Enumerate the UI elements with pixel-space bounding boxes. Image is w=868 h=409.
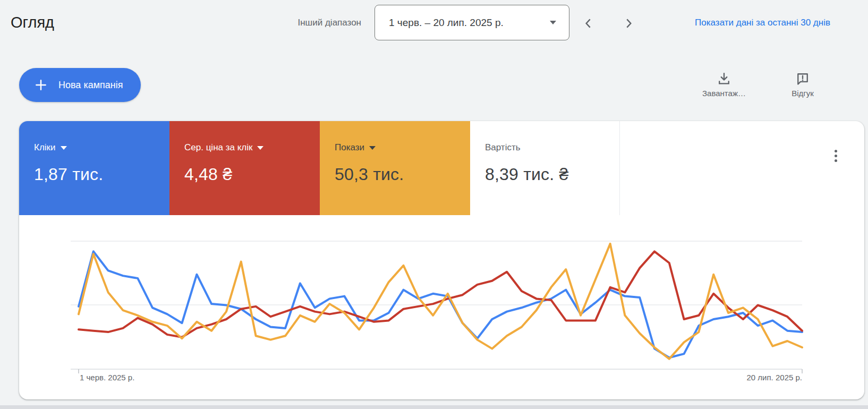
download-button[interactable]: Завантаж…	[692, 71, 756, 98]
chevron-down-icon	[550, 21, 556, 24]
card-options-button[interactable]	[824, 144, 847, 167]
plus-icon	[34, 78, 48, 92]
metric-tile-cost[interactable]: Вартість 8,39 тис. ₴	[470, 121, 620, 215]
kebab-menu-icon	[835, 159, 837, 162]
kebab-menu-icon	[835, 150, 837, 152]
download-icon	[717, 71, 731, 86]
metric-value: 8,39 тис. ₴	[485, 165, 619, 184]
metric-label: Кліки	[34, 142, 56, 153]
show-last-30-days-link[interactable]: Показати дані за останні 30 днів	[695, 18, 830, 28]
metric-label-cost: Вартість	[485, 142, 619, 153]
date-range-value: 1 черв. – 20 лип. 2025 р.	[389, 17, 504, 29]
chevron-right-icon	[622, 16, 635, 30]
new-campaign-label: Нова кампанія	[58, 80, 123, 91]
metric-tile-avg-cpc[interactable]: Сер. ціна за клік 4,48 ₴	[169, 121, 320, 215]
metric-tile-impressions[interactable]: Покази 50,3 тис.	[320, 121, 470, 215]
overview-chart[interactable]	[71, 234, 806, 377]
metric-value: 50,3 тис.	[335, 165, 470, 184]
feedback-icon	[795, 71, 810, 86]
previous-period-button[interactable]	[576, 11, 601, 36]
date-range-picker[interactable]: 1 черв. – 20 лип. 2025 р.	[375, 5, 569, 40]
metric-label: Вартість	[485, 142, 521, 153]
feedback-label: Відгук	[792, 89, 814, 98]
metric-value: 4,48 ₴	[184, 165, 320, 184]
metric-tiles-row: Кліки 1,87 тис. Сер. ціна за клік 4,48 ₴…	[19, 121, 864, 215]
bottom-scroll-edge	[0, 405, 868, 409]
kebab-menu-icon	[835, 155, 837, 157]
chevron-down-icon	[61, 146, 67, 150]
metric-selector-impressions[interactable]: Покази	[335, 142, 470, 153]
chevron-down-icon	[257, 146, 263, 150]
x-axis-end-label: 20 лип. 2025 р.	[747, 373, 803, 382]
download-label: Завантаж…	[702, 89, 746, 98]
page-title: Огляд	[11, 14, 54, 31]
google-ads-overview-page: { "header": { "title": "Огляд", "range_l…	[0, 0, 868, 409]
metric-selector-clicks[interactable]: Кліки	[34, 142, 169, 153]
next-period-button[interactable]	[616, 11, 641, 36]
feedback-button[interactable]: Відгук	[771, 71, 835, 98]
x-axis-start-label: 1 черв. 2025 р.	[80, 373, 134, 382]
chevron-left-icon	[582, 16, 595, 30]
other-range-label: Інший діапазон	[297, 18, 361, 28]
metric-selector-avg-cpc[interactable]: Сер. ціна за клік	[184, 142, 320, 153]
new-campaign-button[interactable]: Нова кампанія	[19, 68, 141, 102]
chevron-down-icon	[369, 146, 376, 150]
metric-label: Покази	[335, 142, 364, 153]
metric-label: Сер. ціна за клік	[184, 142, 252, 153]
metric-value: 1,87 тис.	[34, 165, 169, 184]
metric-tile-clicks[interactable]: Кліки 1,87 тис.	[19, 121, 169, 215]
overview-card: Кліки 1,87 тис. Сер. ціна за клік 4,48 ₴…	[19, 121, 864, 399]
